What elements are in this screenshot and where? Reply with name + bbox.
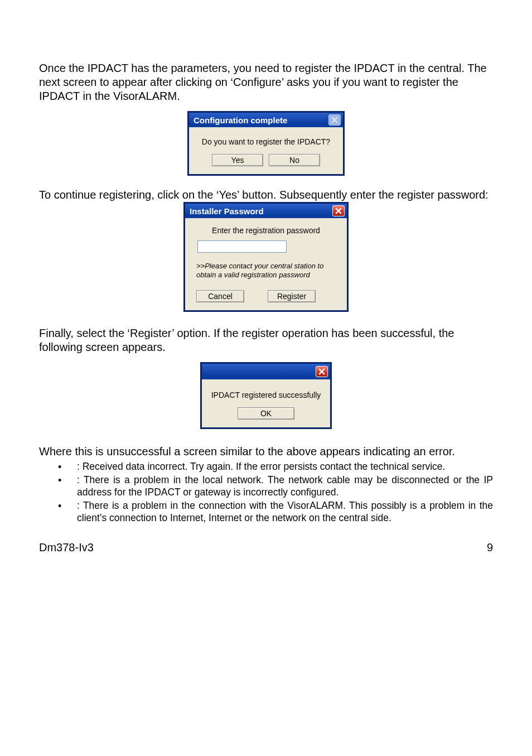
error-bullet-3: : There is a problem in the connection w…: [58, 500, 493, 524]
no-button[interactable]: No: [269, 154, 320, 166]
dialog1-title: Configuration complete: [194, 115, 287, 125]
dialog1-titlebar: Configuration complete: [189, 113, 343, 127]
error-bullet-2: : There is a problem in the local networ…: [58, 474, 493, 499]
cancel-button[interactable]: Cancel: [196, 290, 244, 302]
close-icon[interactable]: [332, 205, 345, 216]
registration-password-input[interactable]: [197, 240, 287, 253]
dialog3-titlebar: [202, 364, 330, 379]
yes-button[interactable]: Yes: [212, 154, 263, 166]
dialog-registered-success: IPDACT registered successfully OK: [200, 362, 332, 429]
error-bullet-1: : Received data incorrect. Try again. If…: [58, 461, 493, 473]
register-button[interactable]: Register: [268, 290, 316, 302]
paragraph-3: Finally, select the ‘Register’ option. I…: [39, 326, 493, 354]
dialog-installer-password: Installer Password Enter the registratio…: [183, 202, 349, 312]
dialog-configuration-complete: Configuration complete Do you want to re…: [187, 111, 345, 176]
paragraph-1: Once the IPDACT has the parameters, you …: [39, 61, 493, 103]
dialog2-label: Enter the registration password: [193, 226, 339, 235]
paragraph-2: To continue registering, click on the ‘Y…: [39, 188, 493, 202]
ok-button[interactable]: OK: [238, 407, 294, 420]
dialog3-message: IPDACT registered successfully: [210, 391, 322, 399]
close-icon: [328, 114, 341, 126]
dialog1-question: Do you want to register the IPDACT?: [197, 137, 335, 146]
dialog2-title: Installer Password: [190, 206, 264, 216]
footer-doc-ref: Dm378-Iv3: [39, 541, 94, 554]
dialog2-hint: >>Please contact your central station to…: [193, 262, 339, 279]
footer-page-number: 9: [487, 541, 493, 554]
close-icon[interactable]: [316, 366, 328, 377]
paragraph-4: Where this is unsuccessful a screen simi…: [39, 445, 493, 459]
dialog2-titlebar: Installer Password: [185, 204, 347, 218]
